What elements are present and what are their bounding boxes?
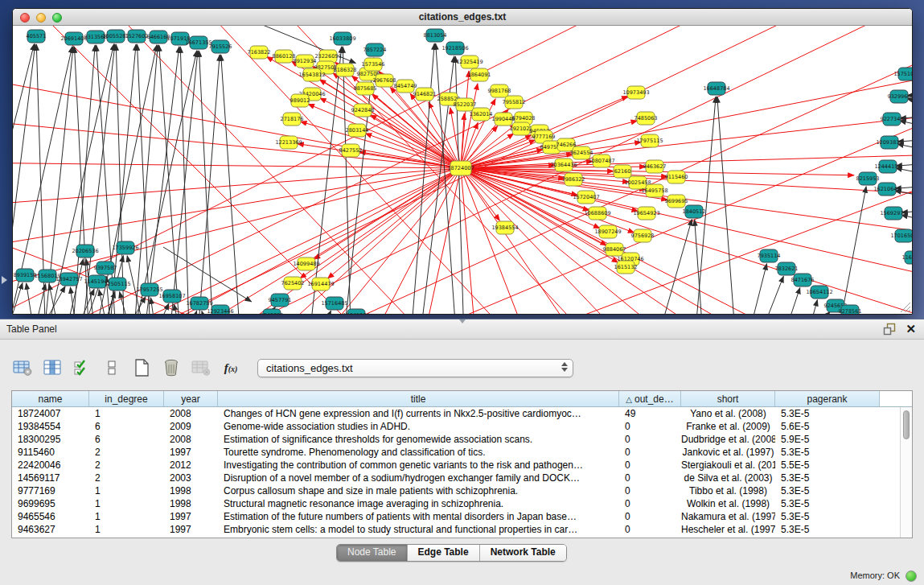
network-edge[interactable] [159, 45, 181, 314]
network-edge[interactable] [391, 179, 912, 314]
network-node[interactable]: 19218506 [441, 42, 468, 55]
network-node[interactable]: 7935114 [758, 249, 781, 262]
network-edge[interactable] [794, 300, 817, 314]
network-edge[interactable] [743, 264, 767, 314]
network-edge[interactable] [304, 47, 342, 314]
network-node[interactable]: 7915526 [209, 40, 232, 53]
network-node[interactable]: 15692971 [880, 207, 906, 220]
network-edge[interactable] [27, 283, 41, 314]
network-node[interactable]: 1615132 [614, 261, 638, 274]
column-header-short[interactable]: short [681, 391, 775, 406]
network-node[interactable]: 8471676 [791, 274, 815, 286]
network-node[interactable]: 1573546 [362, 58, 385, 71]
network-node[interactable]: 62160 [614, 165, 631, 178]
network-edge[interactable] [126, 51, 197, 314]
network-node[interactable]: 10973493 [622, 86, 649, 99]
network-node[interactable]: 12093832 [876, 136, 902, 149]
network-node[interactable]: 9463627 [643, 160, 667, 173]
column-header-title[interactable]: title [218, 391, 619, 406]
citation-network-graph[interactable]: 4055712069140693135681005528715276026466… [13, 26, 912, 314]
network-node[interactable]: 12444154 [874, 160, 901, 173]
network-node[interactable]: 16033809 [329, 32, 355, 45]
network-edge[interactable] [150, 298, 159, 314]
column-header-pagerank[interactable]: pagerank [775, 391, 880, 406]
network-edge[interactable] [351, 168, 461, 314]
network-edge[interactable] [116, 44, 125, 314]
network-node[interactable]: 7955812 [503, 96, 526, 109]
network-node[interactable]: 15751074 [893, 68, 912, 80]
network-node[interactable]: 2803144 [346, 124, 369, 137]
table-settings-button[interactable] [11, 356, 34, 379]
new-document-button[interactable] [130, 356, 153, 379]
network-edge[interactable] [748, 276, 783, 314]
network-edge[interactable] [195, 55, 220, 314]
network-node[interactable]: 2718176 [281, 113, 304, 126]
network-edge[interactable] [22, 284, 46, 314]
network-node[interactable]: 9699695 [665, 195, 688, 208]
table-row[interactable]: 1938455462009Genome-wide association stu… [12, 420, 912, 433]
network-edge[interactable] [13, 168, 461, 207]
network-node[interactable]: 9981768 [488, 84, 511, 97]
network-node[interactable]: 9242848 [351, 104, 375, 117]
network-node[interactable]: 17359926 [112, 241, 138, 254]
network-node[interactable]: 17016504 [890, 229, 912, 242]
network-edge[interactable] [836, 187, 866, 314]
network-node[interactable]: 9245633 [261, 309, 284, 314]
function-builder-button[interactable]: f(x) [220, 356, 242, 379]
network-node[interactable]: 7485063 [634, 112, 658, 125]
splitter-grip-icon[interactable] [459, 319, 466, 323]
scrollbar-thumb[interactable] [903, 410, 910, 439]
network-node[interactable]: 9875685 [354, 82, 377, 95]
network-node[interactable]: 7857224 [363, 43, 387, 56]
network-window-titlebar[interactable]: citations_edges.txt [13, 9, 912, 26]
close-button[interactable] [20, 13, 30, 23]
vertical-scrollbar[interactable] [900, 407, 912, 538]
network-node[interactable]: 8186328 [334, 64, 357, 76]
network-node[interactable]: 9397587 [94, 262, 117, 274]
table-row[interactable]: 1456911722003Disruption of a novel membe… [12, 472, 912, 484]
network-node[interactable]: 9756928 [631, 229, 655, 242]
network-node[interactable]: 8860128 [273, 50, 296, 63]
network-node[interactable]: 8912934 [294, 55, 317, 68]
network-edge[interactable] [133, 45, 158, 314]
zoom-button[interactable] [52, 13, 62, 23]
table-row[interactable]: 946554611997Estimation of the future num… [12, 510, 912, 523]
network-node[interactable]: 7832621 [775, 262, 799, 275]
minimize-button[interactable] [36, 13, 46, 23]
network-node[interactable]: 9329966 [888, 90, 911, 103]
network-node[interactable]: 18724007 [447, 161, 474, 175]
float-panel-icon[interactable] [883, 323, 896, 336]
network-edge[interactable] [695, 220, 704, 314]
network-node[interactable]: 8939159 [14, 269, 37, 282]
column-header-in_degree[interactable]: in_degree [89, 391, 164, 406]
network-node[interactable]: 19384554 [491, 221, 518, 234]
network-edge[interactable] [300, 168, 461, 278]
network-node[interactable]: 12325419 [456, 56, 483, 68]
close-panel-icon[interactable]: ✕ [906, 323, 916, 336]
table-panel-header[interactable]: Table Panel ✕ [0, 319, 924, 340]
network-node[interactable]: 989012 [290, 94, 310, 107]
network-edge[interactable] [308, 104, 461, 168]
network-view-window[interactable]: citations_edges.txt 40557120691406931356… [12, 8, 913, 315]
network-node[interactable]: 1840512 [683, 205, 706, 218]
network-edge[interactable] [111, 297, 146, 314]
network-node[interactable]: 20206536 [72, 245, 98, 257]
table-row[interactable]: 977716911998Corpus callosum shape and si… [12, 484, 912, 497]
network-node[interactable]: 9146821 [413, 88, 437, 101]
table-row[interactable]: 2242004622012Investigating the contribut… [12, 459, 912, 472]
table-row[interactable]: 946362711997Embryonic stem cells: a mode… [12, 523, 912, 536]
network-edge[interactable] [29, 168, 461, 314]
network-edge[interactable] [461, 168, 912, 314]
delete-trash-button[interactable] [160, 356, 183, 379]
network-node[interactable]: 15716485 [321, 297, 347, 310]
network-edge[interactable] [371, 115, 462, 168]
network-node[interactable]: 1864091 [468, 68, 491, 81]
table-row[interactable]: 1872400712008Changes of HCN gene express… [12, 407, 912, 420]
network-node[interactable]: 9278561 [839, 305, 862, 314]
network-node[interactable]: 8813054 [424, 29, 447, 42]
network-canvas[interactable]: 4055712069140693135681005528715276026466… [13, 26, 912, 314]
network-node[interactable]: 18907249 [594, 225, 621, 238]
table-row[interactable]: 969969511998Structural magnetic resonanc… [12, 497, 912, 510]
unselect-rows-button[interactable] [101, 356, 123, 379]
network-edge[interactable] [770, 288, 800, 315]
